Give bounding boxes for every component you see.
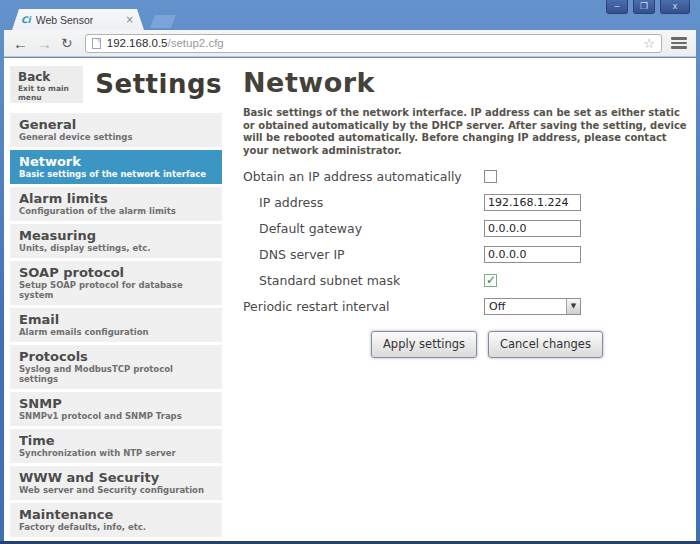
sidebar-header: Back Exit to main menu Settings: [10, 66, 222, 103]
default-gateway-field[interactable]: [484, 220, 581, 237]
sidebar-item-label: SOAP protocol: [19, 265, 213, 280]
browser-tab[interactable]: Ci Web Sensor ×: [12, 9, 144, 30]
subnet-mask-checkbox[interactable]: [484, 274, 497, 287]
sidebar-item-label: WWW and Security: [19, 470, 213, 485]
form-row-subnet-mask: Standard subnet mask: [243, 272, 695, 288]
address-bar[interactable]: 192.168.0.5 /setup2.cfg ☆: [85, 34, 662, 53]
back-nav-icon[interactable]: ←: [13, 36, 28, 51]
form-row-restart-interval: Periodic restart interval Off ▼: [243, 298, 695, 314]
back-button-label: Back: [18, 70, 75, 84]
sidebar-item-desc: Units, display settings, etc.: [19, 243, 213, 253]
sidebar-item-desc: Configuration of the alarm limits: [19, 206, 213, 216]
page-content: Back Exit to main menu Settings General …: [4, 58, 696, 541]
ip-address-field[interactable]: [484, 194, 581, 211]
url-host: 192.168.0.5: [107, 37, 168, 49]
sidebar-item-label: Time: [19, 433, 213, 448]
chrome-menu-icon[interactable]: [671, 37, 687, 49]
sidebar-item-desc: Alarm emails configuration: [19, 327, 213, 337]
apply-settings-button[interactable]: Apply settings: [371, 331, 477, 358]
sidebar-item-desc: Basic settings of the network interface: [19, 169, 213, 179]
sidebar-item-desc: Syslog and ModbusTCP protocol settings: [19, 364, 213, 384]
sidebar-item-email[interactable]: Email Alarm emails configuration: [10, 308, 222, 342]
ip-address-label: IP address: [243, 195, 484, 210]
maximize-button[interactable]: ❐: [633, 0, 655, 14]
sidebar-item-snmp[interactable]: SNMP SNMPv1 protocol and SNMP Traps: [10, 392, 222, 426]
settings-sidebar: Back Exit to main menu Settings General …: [10, 66, 222, 541]
page-document-icon: [92, 38, 101, 49]
bookmark-star-icon[interactable]: ☆: [643, 37, 655, 50]
minimize-button[interactable]: –: [606, 0, 628, 14]
browser-titlebar: Ci Web Sensor × – ❐ x: [0, 0, 700, 30]
default-gateway-label: Default gateway: [243, 221, 484, 236]
dhcp-checkbox[interactable]: [484, 170, 497, 183]
close-window-button[interactable]: x: [660, 0, 690, 14]
network-settings-panel: Network Basic settings of the network in…: [222, 66, 700, 541]
browser-toolbar: ← → ↻ 192.168.0.5 /setup2.cfg ☆: [4, 30, 696, 57]
new-tab-button[interactable]: [150, 15, 176, 28]
sidebar-item-label: General: [19, 117, 213, 132]
sidebar-item-desc: General device settings: [19, 132, 213, 142]
sidebar-item-measuring[interactable]: Measuring Units, display settings, etc.: [10, 224, 222, 258]
sidebar-item-desc: SNMPv1 protocol and SNMP Traps: [19, 411, 213, 421]
sidebar-item-network[interactable]: Network Basic settings of the network in…: [10, 150, 222, 184]
form-row-dns-server: DNS server IP: [243, 246, 695, 262]
forward-nav-icon[interactable]: →: [37, 36, 52, 51]
browser-window: Ci Web Sensor × – ❐ x ← → ↻ 192.168.0.5 …: [0, 0, 700, 544]
sidebar-item-desc: Setup SOAP protocol for database system: [19, 280, 213, 300]
sidebar-item-desc: Factory defaults, info, etc.: [19, 522, 213, 532]
sidebar-item-label: Email: [19, 312, 213, 327]
tab-close-icon[interactable]: ×: [126, 15, 134, 25]
reload-icon[interactable]: ↻: [61, 36, 73, 51]
sidebar-item-protocols[interactable]: Protocols Syslog and ModbusTCP protocol …: [10, 345, 222, 389]
restart-interval-label: Periodic restart interval: [243, 299, 484, 314]
dns-server-label: DNS server IP: [243, 247, 484, 262]
sidebar-item-label: SNMP: [19, 396, 213, 411]
cancel-changes-button[interactable]: Cancel changes: [488, 331, 603, 358]
tab-title: Web Sensor: [36, 14, 94, 26]
subnet-mask-label: Standard subnet mask: [243, 273, 484, 288]
url-path: /setup2.cfg: [168, 37, 224, 49]
sidebar-item-desc: Web server and Security configuration: [19, 485, 213, 495]
page-title: Network: [243, 68, 695, 98]
sidebar-item-www-and-security[interactable]: WWW and Security Web server and Security…: [10, 466, 222, 500]
dhcp-label: Obtain an IP address automatically: [243, 169, 484, 184]
window-controls: – ❐ x: [606, 0, 690, 14]
sidebar-item-soap-protocol[interactable]: SOAP protocol Setup SOAP protocol for da…: [10, 261, 222, 305]
sidebar-item-general[interactable]: General General device settings: [10, 113, 222, 147]
sidebar-item-desc: Synchronization with NTP server: [19, 448, 213, 458]
dns-server-field[interactable]: [484, 246, 581, 263]
sidebar-item-label: Network: [19, 154, 213, 169]
restart-interval-select[interactable]: Off ▼: [484, 298, 581, 315]
form-buttons: Apply settings Cancel changes: [371, 331, 695, 358]
sidebar-item-label: Maintenance: [19, 507, 213, 522]
chevron-down-icon: ▼: [566, 299, 580, 314]
restart-interval-value: Off: [489, 300, 505, 313]
settings-page-title: Settings: [95, 66, 222, 103]
sidebar-item-label: Protocols: [19, 349, 213, 364]
form-row-ip-address: IP address: [243, 194, 695, 210]
page-description: Basic settings of the network interface.…: [243, 107, 695, 157]
sidebar-item-maintenance[interactable]: Maintenance Factory defaults, info, etc.: [10, 503, 222, 537]
sidebar-item-label: Measuring: [19, 228, 213, 243]
sidebar-item-time[interactable]: Time Synchronization with NTP server: [10, 429, 222, 463]
sidebar-item-alarm-limits[interactable]: Alarm limits Configuration of the alarm …: [10, 187, 222, 221]
back-to-main-menu-button[interactable]: Back Exit to main menu: [10, 66, 83, 103]
form-row-default-gateway: Default gateway: [243, 220, 695, 236]
form-row-dhcp: Obtain an IP address automatically: [243, 168, 695, 184]
back-button-sublabel: Exit to main menu: [18, 84, 75, 102]
tab-favicon-icon: Ci: [21, 15, 31, 25]
sidebar-item-label: Alarm limits: [19, 191, 213, 206]
